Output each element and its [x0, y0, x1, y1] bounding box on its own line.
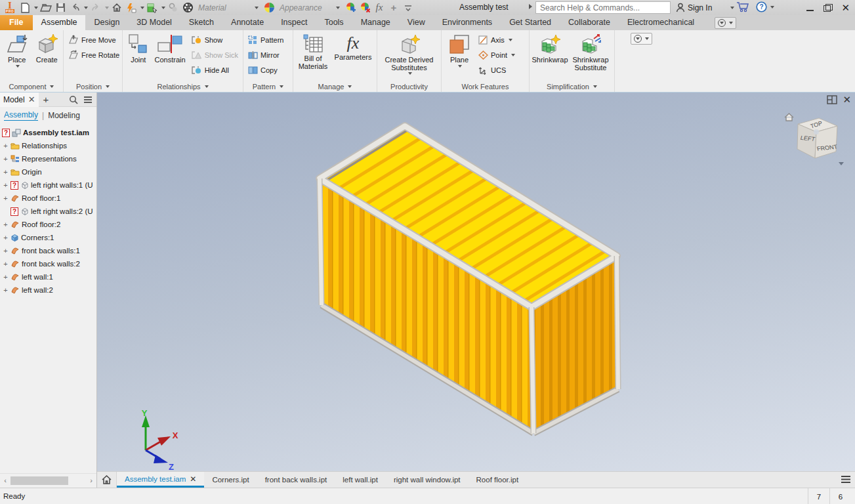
point-button[interactable]: Point	[476, 47, 518, 62]
home-view-icon[interactable]	[110, 1, 123, 14]
tab-sketch[interactable]: Sketch	[180, 15, 222, 30]
expand-icon[interactable]	[3, 156, 9, 162]
bill-of-materials-button[interactable]: Bill of Materials	[295, 32, 331, 72]
open-icon[interactable]	[39, 1, 52, 14]
tab-inspect[interactable]: Inspect	[272, 15, 316, 30]
new-file-icon[interactable]	[18, 1, 31, 14]
pattern-button[interactable]: Pattern	[245, 32, 286, 47]
scroll-left-icon[interactable]: ‹	[0, 476, 10, 484]
panel-simplification-title[interactable]: Simplification	[530, 81, 614, 92]
graphics-viewport[interactable]: Y X Z ✕ TOP LEFT	[97, 93, 855, 471]
doc-home-icon[interactable]	[97, 472, 117, 488]
expand-icon[interactable]	[3, 196, 9, 201]
plane-dropdown[interactable]	[458, 65, 462, 68]
viewport-layout-icon[interactable]	[827, 95, 837, 104]
tree-item-roof-floor-1[interactable]: Roof floor:1	[0, 192, 96, 205]
doc-tab-roof-floor[interactable]: Roof floor.ipt	[469, 472, 527, 488]
tree-item-assembly-root[interactable]: ? Assembly test.iam	[0, 126, 96, 139]
select-dropdown[interactable]	[161, 7, 165, 9]
help-search-input[interactable]	[535, 1, 671, 14]
local-update-icon[interactable]	[125, 1, 138, 14]
doc-tab-right-wall-window[interactable]: right wall window.ipt	[386, 472, 469, 488]
clear-appearance-icon[interactable]	[358, 1, 371, 14]
local-update-dropdown[interactable]	[140, 7, 144, 9]
inventor-logo-icon[interactable]: IPRO	[3, 1, 17, 14]
tree-item-left-wall-2[interactable]: left wall:2	[0, 284, 96, 297]
doc-tab-close-icon[interactable]: ✕	[190, 474, 196, 484]
doc-tab-front-back-walls[interactable]: front back walls.ipt	[257, 472, 335, 488]
shrinkwrap-substitute-button[interactable]: Shrinkwrap Substitute	[569, 32, 612, 73]
scroll-right-icon[interactable]: ›	[86, 476, 96, 484]
plane-button[interactable]: Plane	[444, 32, 475, 69]
browser-tab-model[interactable]: Model✕	[0, 93, 39, 107]
help-dropdown[interactable]	[770, 6, 774, 9]
redo-icon[interactable]	[89, 1, 102, 14]
parameters-button[interactable]: fx Parameters	[331, 32, 375, 62]
doc-tab-corners[interactable]: Corners.ipt	[204, 472, 257, 488]
expand-icon[interactable]	[3, 182, 9, 188]
create-derived-substitutes-dropdown[interactable]	[408, 72, 412, 75]
tree-item-left-right-walls-2[interactable]: ? left right walls:2 (U	[0, 205, 96, 218]
container-model[interactable]: Y X Z	[97, 93, 855, 471]
viewcube-menu-icon[interactable]	[837, 161, 845, 166]
tree-item-corners-1[interactable]: Corners:1	[0, 231, 96, 244]
tab-view[interactable]: View	[399, 15, 434, 30]
browser-search-icon[interactable]	[69, 95, 78, 104]
tab-design[interactable]: Design	[85, 15, 128, 30]
sign-in-button[interactable]: Sign In	[676, 1, 734, 14]
tree-item-left-wall-1[interactable]: left wall:1	[0, 270, 96, 284]
tree-item-front-back-walls-2[interactable]: front back walls:2	[0, 257, 96, 270]
point-dropdown[interactable]	[511, 54, 515, 56]
tab-manage[interactable]: Manage	[352, 15, 399, 30]
browser-add-icon[interactable]: +	[39, 94, 54, 105]
new-file-dropdown[interactable]	[34, 7, 38, 9]
tab-3d-model[interactable]: 3D Model	[128, 15, 180, 30]
panel-position-title[interactable]: Position	[64, 81, 122, 92]
title-overflow-arrow[interactable]	[529, 4, 532, 9]
qat-add-icon[interactable]: +	[387, 1, 400, 14]
viewcube[interactable]: TOP LEFT FRONT	[782, 110, 845, 166]
material-combo[interactable]: Material	[196, 1, 261, 14]
browser-menu-icon[interactable]	[83, 96, 93, 104]
panel-component-title[interactable]: Component	[0, 81, 63, 92]
create-button[interactable]: Create	[32, 32, 61, 65]
close-button[interactable]: ✕	[841, 4, 850, 12]
constrain-button[interactable]: Constrain	[153, 32, 188, 65]
joint-button[interactable]: Joint	[125, 32, 152, 65]
minimize-button[interactable]	[806, 4, 814, 12]
ribbon-collapse-button[interactable]	[715, 17, 736, 29]
tab-assemble[interactable]: Assemble	[33, 15, 86, 30]
appearance-wheel-icon[interactable]	[262, 1, 276, 14]
expand-icon[interactable]	[3, 261, 9, 267]
tree-item-relationships[interactable]: Relationships	[0, 139, 96, 152]
return-icon[interactable]	[167, 1, 180, 14]
restore-button[interactable]	[824, 4, 832, 12]
show-button[interactable]: Show	[188, 32, 241, 47]
tab-collaborate[interactable]: Collaborate	[560, 15, 619, 30]
ucs-button[interactable]: UCS	[476, 62, 518, 77]
expand-icon[interactable]	[3, 248, 9, 254]
expand-icon[interactable]	[3, 274, 9, 280]
tree-item-roof-floor-2[interactable]: Roof floor:2	[0, 218, 96, 231]
browser-tab-close-icon[interactable]: ✕	[28, 94, 35, 104]
place-dropdown[interactable]	[16, 65, 20, 68]
view-tab-modeling[interactable]: Modeling	[48, 111, 80, 120]
appearance-combo[interactable]: Appearance	[277, 1, 343, 14]
viewport-close-icon[interactable]: ✕	[843, 95, 851, 104]
help-button[interactable]: ?	[756, 1, 774, 12]
tab-file[interactable]: File	[0, 15, 33, 30]
panel-pattern-title[interactable]: Pattern	[243, 81, 293, 92]
free-move-button[interactable]: Free Move	[66, 32, 122, 47]
expand-icon[interactable]	[3, 143, 9, 149]
sign-in-dropdown[interactable]	[730, 7, 734, 9]
tree-item-left-right-walls-1[interactable]: ? left right walls:1 (U	[0, 178, 96, 192]
undo-dropdown[interactable]	[84, 7, 88, 9]
show-sick-button[interactable]: Show Sick	[188, 47, 241, 62]
tree-item-front-back-walls-1[interactable]: front back walls:1	[0, 244, 96, 257]
hide-all-button[interactable]: Hide All	[188, 62, 241, 77]
axis-dropdown[interactable]	[509, 39, 512, 41]
expand-icon[interactable]	[3, 235, 9, 241]
tree-item-representations[interactable]: Representations	[0, 152, 96, 165]
tab-tools[interactable]: Tools	[316, 15, 352, 30]
app-store-cart-icon[interactable]	[736, 1, 749, 14]
